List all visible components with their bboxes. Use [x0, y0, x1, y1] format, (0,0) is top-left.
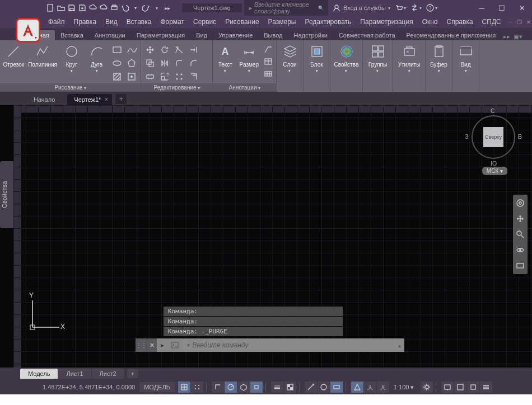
ribbon-tab-manage[interactable]: Управление	[213, 30, 258, 40]
cmd-expand-icon[interactable]: ▴	[394, 338, 404, 352]
cmd-close-icon[interactable]: ✕	[147, 338, 157, 352]
viewcube-south[interactable]: Ю	[491, 160, 497, 167]
status-iso-icon[interactable]	[237, 382, 250, 393]
groups-button[interactable]: Группы▾	[366, 41, 390, 74]
status-lwt-icon[interactable]	[271, 382, 283, 393]
polygon-icon[interactable]	[125, 57, 138, 69]
view-button[interactable]: Вид▾	[454, 41, 478, 74]
panel-modify-title[interactable]: Редактирование▾	[141, 83, 212, 92]
ribbon-search-icon[interactable]: ▸▸	[503, 33, 510, 40]
rect-icon[interactable]	[110, 44, 124, 56]
block-button[interactable]: Блок▾	[305, 41, 329, 74]
menu-parametric[interactable]: Параметризация	[357, 17, 416, 27]
panel-draw-title[interactable]: Рисование▾	[0, 83, 141, 92]
menu-modify[interactable]: Редактировать	[301, 17, 354, 27]
drawing-canvas[interactable]: Y X Сверху С Ю В З МСК ▾	[13, 105, 532, 368]
doc-close-icon[interactable]: ✕	[525, 19, 532, 25]
viewcube-west[interactable]: З	[465, 133, 469, 140]
polyline-button[interactable]: Полилиния	[27, 41, 58, 68]
clipboard-button[interactable]: Буфер▾	[427, 41, 451, 74]
status-polar-icon[interactable]	[225, 382, 237, 393]
qat-open-icon[interactable]	[57, 3, 66, 12]
ucs-icon[interactable]: Y X	[26, 295, 65, 334]
file-tab-start[interactable]: Начало	[27, 94, 66, 105]
status-annovis-icon[interactable]: 人	[377, 382, 389, 393]
application-menu-button[interactable]: ▾	[16, 18, 40, 43]
menu-spds[interactable]: СПДС	[479, 17, 505, 27]
ribbon-tab-parametric[interactable]: Параметризация	[131, 30, 190, 40]
status-grid-icon[interactable]	[178, 382, 190, 393]
status-gear-icon[interactable]	[421, 382, 433, 393]
maximize-button[interactable]: ☐	[492, 0, 512, 16]
ribbon-collapse-icon[interactable]: ▣▾	[514, 33, 522, 40]
menu-format[interactable]: Формат	[157, 17, 188, 27]
cart-icon[interactable]: ▾	[395, 4, 406, 12]
status-annomonitor-icon[interactable]	[351, 382, 363, 393]
login-button[interactable]: Вход в службы ▾	[333, 4, 390, 12]
spline-icon[interactable]	[125, 44, 138, 56]
region-icon[interactable]	[125, 70, 138, 83]
qat-new-icon[interactable]	[46, 3, 55, 12]
help-icon[interactable]: ?▾	[426, 4, 437, 12]
properties-palette-tab[interactable]: Свойства	[0, 161, 13, 228]
chamfer-icon[interactable]	[187, 57, 200, 69]
close-button[interactable]: ✕	[512, 0, 532, 16]
extend-icon[interactable]	[187, 44, 200, 56]
array-icon[interactable]	[172, 70, 186, 83]
status-scale[interactable]: 1:100 ▾	[390, 384, 418, 391]
doc-restore-icon[interactable]: ❐	[515, 19, 524, 25]
nav-wheel-icon[interactable]	[515, 198, 525, 208]
layers-button[interactable]: Слои▾	[278, 41, 302, 74]
scale-icon[interactable]	[158, 70, 171, 83]
move-icon[interactable]	[143, 44, 157, 56]
search-input[interactable]: ▸ Введите ключевое слово/фразу 🔍	[244, 0, 328, 16]
ribbon-tab-annotate[interactable]: Аннотации	[89, 30, 131, 40]
viewcube-north[interactable]: С	[491, 107, 495, 114]
ribbon-tab-addins[interactable]: Надстройки	[288, 30, 333, 40]
offset-icon[interactable]	[187, 70, 200, 83]
viewcube-top-face[interactable]: Сверху	[483, 127, 503, 147]
menu-draw[interactable]: Рисование	[222, 17, 262, 27]
qat-dropdown-icon[interactable]: ▾	[131, 3, 140, 12]
viewcube-east[interactable]: В	[518, 133, 522, 140]
status-annoscale-icon[interactable]: 人	[364, 382, 376, 393]
qat-save-icon[interactable]	[67, 3, 76, 12]
layout-tab-sheet2[interactable]: Лист2	[92, 369, 125, 379]
mirror-icon[interactable]	[158, 57, 171, 69]
arc-button[interactable]: Дуга▾	[85, 41, 108, 74]
menu-file[interactable]: Файл	[45, 17, 68, 27]
qat-more-icon[interactable]: ▸▸	[163, 3, 172, 12]
status-osnap-icon[interactable]	[250, 382, 263, 393]
status-custom-icon[interactable]	[480, 382, 492, 393]
table-icon[interactable]	[263, 56, 274, 67]
menu-tools[interactable]: Сервис	[190, 17, 220, 27]
rotate-icon[interactable]	[158, 44, 171, 56]
layout-tab-model[interactable]: Модель	[20, 369, 58, 379]
qat-redo-icon[interactable]	[142, 3, 151, 12]
ellipse-icon[interactable]	[110, 57, 124, 69]
qat-plot-icon[interactable]	[110, 3, 119, 12]
minimize-button[interactable]: ─	[472, 0, 492, 16]
menu-window[interactable]: Окно	[419, 17, 441, 27]
ribbon-tab-insert[interactable]: Вставка	[55, 30, 89, 40]
cmd-recent-icon[interactable]: ▸	[157, 338, 168, 352]
nav-showmotion-icon[interactable]	[515, 261, 525, 271]
leader-icon[interactable]	[263, 44, 274, 55]
qat-dropdown2-icon[interactable]: ▾	[152, 3, 161, 12]
wcs-badge[interactable]: МСК ▾	[482, 167, 507, 175]
status-sc-icon[interactable]	[305, 382, 317, 393]
trim-icon[interactable]	[172, 44, 186, 56]
circle-button[interactable]: Круг▾	[60, 41, 83, 74]
status-coordinates[interactable]: 1.4872E+34, 5.4871E+34, 0.0000	[43, 384, 135, 390]
menu-view[interactable]: Вид	[102, 17, 121, 27]
ribbon-tab-view[interactable]: Вид	[190, 30, 213, 40]
qat-cloud-open-icon[interactable]	[88, 3, 97, 12]
file-tab-add-button[interactable]: +	[115, 94, 127, 104]
status-model-button[interactable]: МОДЕЛЬ	[139, 382, 175, 392]
stretch-icon[interactable]	[143, 70, 157, 83]
panel-annot-title[interactable]: Аннотации▾	[213, 83, 276, 92]
nav-zoom-icon[interactable]	[515, 229, 525, 239]
status-ortho-icon[interactable]	[212, 382, 224, 393]
properties-button[interactable]: Свойства▾	[332, 41, 362, 74]
file-tab-close-icon[interactable]: ✕	[104, 97, 109, 102]
